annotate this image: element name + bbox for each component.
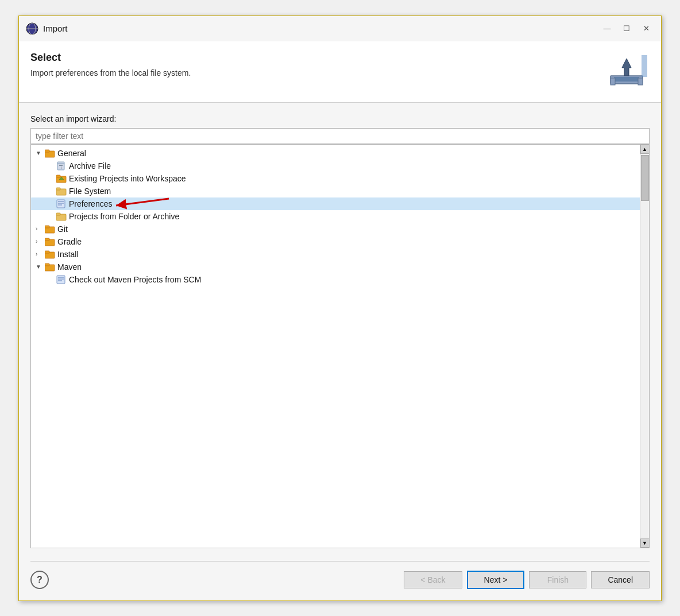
projects-icon — [56, 174, 67, 183]
label-file-system: File System — [69, 187, 111, 196]
tree-list[interactable]: ▼ General — [31, 145, 640, 548]
svg-rect-10 — [45, 150, 49, 152]
label-archive-file: Archive File — [69, 161, 111, 171]
title-bar: Import — ☐ ✕ — [19, 16, 661, 41]
close-button[interactable]: ✕ — [638, 21, 654, 37]
svg-rect-16 — [56, 175, 60, 177]
header-section: Select Import preferences from the local… — [19, 41, 661, 103]
filesystem-icon — [56, 187, 67, 196]
tree-item-existing-projects[interactable]: Existing Projects into Workspace — [31, 172, 640, 185]
svg-rect-34 — [45, 264, 49, 266]
title-bar-controls: — ☐ ✕ — [599, 21, 654, 37]
tree-item-install[interactable]: › Install — [31, 248, 640, 261]
folder-icon-git — [45, 224, 55, 234]
tree-container: ▼ General — [30, 144, 650, 548]
label-projects-folder: Projects from Folder or Archive — [69, 212, 179, 221]
prefs-icon — [56, 199, 67, 208]
scrollbar-thumb[interactable] — [641, 155, 649, 201]
minimize-button[interactable]: — — [599, 21, 615, 37]
chevron-gradle: › — [36, 238, 42, 245]
svg-rect-32 — [45, 251, 49, 253]
content-area: Select an import wizard: ▼ General — [19, 103, 661, 554]
tree-item-maven[interactable]: ▼ Maven — [31, 261, 640, 273]
title-bar-icon — [26, 22, 38, 35]
tree-item-archive-file[interactable]: Archive File — [31, 160, 640, 172]
svg-rect-26 — [56, 213, 60, 215]
button-row: ? < Back Next > Finish Cancel — [30, 571, 650, 589]
svg-rect-19 — [56, 188, 60, 190]
svg-rect-8 — [642, 55, 647, 77]
folder-icon-gradle — [45, 237, 55, 246]
wizard-label: Select an import wizard: — [30, 114, 650, 123]
tree-item-preferences[interactable]: Preferences — [31, 197, 640, 210]
header-icon-area — [604, 52, 650, 92]
tree-item-checkout-maven[interactable]: Check out Maven Projects from SCM — [31, 273, 640, 286]
label-general: General — [57, 149, 86, 158]
scroll-up-button[interactable]: ▲ — [640, 145, 650, 154]
page-title: Select — [30, 52, 604, 64]
chevron-general: ▼ — [36, 150, 42, 156]
scrollbar-track: ▲ ▼ — [640, 145, 649, 548]
tree-item-git[interactable]: › Git — [31, 223, 640, 235]
svg-rect-5 — [611, 78, 615, 85]
dialog-window: Import — ☐ ✕ Select Import preferences f… — [18, 16, 662, 601]
next-button[interactable]: Next > — [467, 571, 525, 589]
tree-item-projects-folder[interactable]: Projects from Folder or Archive — [31, 210, 640, 223]
label-maven: Maven — [57, 262, 82, 272]
svg-line-24 — [116, 199, 169, 206]
chevron-install: › — [36, 251, 42, 257]
tree-item-file-system[interactable]: File System — [31, 185, 640, 197]
archive-icon — [56, 161, 67, 171]
folder-icon-general — [45, 149, 55, 158]
help-button[interactable]: ? — [30, 571, 49, 589]
cancel-button[interactable]: Cancel — [591, 571, 650, 588]
tree-item-gradle[interactable]: › Gradle — [31, 235, 640, 248]
svg-rect-28 — [45, 226, 49, 228]
label-git: Git — [57, 224, 68, 234]
label-preferences: Preferences — [69, 199, 112, 208]
svg-rect-6 — [638, 78, 643, 85]
filter-input[interactable] — [30, 128, 650, 144]
svg-marker-7 — [622, 59, 631, 76]
back-button[interactable]: < Back — [404, 571, 462, 588]
scroll-down-button[interactable]: ▼ — [640, 538, 650, 548]
svg-rect-30 — [45, 238, 49, 241]
svg-rect-20 — [57, 200, 65, 208]
folder-icon-maven — [45, 262, 55, 272]
footer-area: ? < Back Next > Finish Cancel — [19, 554, 661, 600]
chevron-git: › — [36, 226, 42, 232]
projects-folder-icon — [56, 212, 67, 221]
footer-separator — [30, 561, 650, 561]
label-install: Install — [57, 250, 79, 259]
page-subtitle: Import preferences from the local file s… — [30, 68, 604, 78]
maven-item-icon — [56, 275, 67, 284]
svg-rect-35 — [57, 276, 65, 284]
title-bar-title: Import — [43, 24, 594, 33]
tree-item-general[interactable]: ▼ General — [31, 147, 640, 160]
folder-icon-install — [45, 250, 55, 259]
label-checkout-maven: Check out Maven Projects from SCM — [69, 275, 201, 284]
finish-button[interactable]: Finish — [529, 571, 586, 588]
svg-rect-4 — [614, 77, 639, 82]
label-gradle: Gradle — [57, 237, 82, 246]
label-existing-projects: Existing Projects into Workspace — [69, 174, 186, 183]
header-illustration — [606, 54, 647, 90]
svg-rect-13 — [59, 165, 63, 166]
maximize-button[interactable]: ☐ — [619, 21, 635, 37]
chevron-maven: ▼ — [36, 264, 42, 270]
